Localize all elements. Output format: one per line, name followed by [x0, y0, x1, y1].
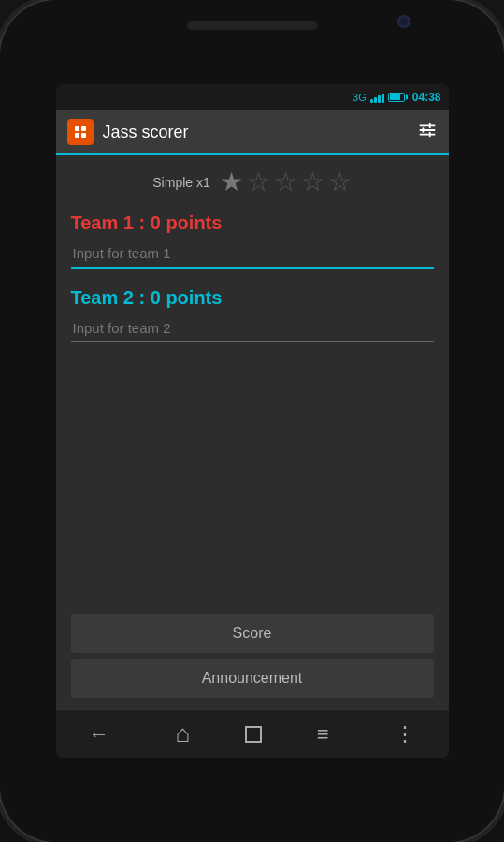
svg-rect-1 — [81, 126, 86, 131]
clock: 04:38 — [412, 91, 441, 104]
signal-icon — [370, 92, 384, 103]
svg-rect-2 — [75, 133, 79, 138]
app-content: Simple x1 ★ ☆ ☆ ☆ ☆ Team 1 : 0 points Te… — [56, 155, 449, 709]
action-buttons: Score Announcement — [56, 606, 449, 709]
svg-rect-3 — [81, 133, 86, 138]
star-3[interactable]: ☆ — [274, 167, 297, 197]
app-icon — [67, 119, 94, 145]
svg-rect-0 — [75, 126, 79, 131]
recent-button[interactable] — [245, 726, 262, 743]
content-spacer — [56, 354, 449, 606]
star-4[interactable]: ☆ — [301, 167, 324, 197]
app-toolbar: Jass scorer — [56, 110, 449, 155]
team2-section: Team 2 : 0 points — [56, 280, 449, 354]
back-button[interactable]: ← — [78, 715, 121, 754]
multiplier-label: Simple x1 — [152, 175, 209, 190]
team1-input-container — [71, 240, 434, 269]
menu-button[interactable]: ≡ — [306, 715, 340, 754]
phone-frame: 3G 04:38 — [0, 0, 504, 842]
status-right: 3G 04:38 — [353, 91, 440, 104]
team1-label: Team 1 : 0 points — [71, 212, 434, 234]
team2-input-container — [71, 314, 434, 342]
nav-bar: ← ⌂ ≡ ⋮ — [56, 709, 449, 758]
score-button[interactable]: Score — [71, 614, 434, 653]
settings-icon[interactable] — [417, 120, 438, 145]
star-2[interactable]: ☆ — [247, 167, 270, 197]
team1-section: Team 1 : 0 points — [56, 205, 449, 280]
network-type: 3G — [353, 92, 367, 103]
phone-screen: 3G 04:38 — [56, 84, 449, 758]
star-5[interactable]: ☆ — [328, 167, 352, 197]
multiplier-row: Simple x1 ★ ☆ ☆ ☆ ☆ — [56, 155, 449, 205]
svg-rect-5 — [422, 127, 424, 133]
home-button[interactable]: ⌂ — [165, 712, 202, 756]
more-button[interactable]: ⋮ — [383, 715, 426, 754]
status-bar: 3G 04:38 — [56, 84, 449, 110]
battery-icon — [388, 93, 405, 102]
team2-input[interactable] — [71, 314, 434, 342]
stars-container[interactable]: ★ ☆ ☆ ☆ ☆ — [220, 167, 352, 197]
svg-rect-6 — [428, 131, 430, 137]
star-1[interactable]: ★ — [220, 167, 243, 197]
team2-label: Team 2 : 0 points — [71, 287, 434, 309]
team1-input[interactable] — [71, 240, 434, 269]
app-title: Jass scorer — [103, 123, 417, 142]
svg-rect-4 — [428, 123, 430, 128]
announcement-button[interactable]: Announcement — [71, 659, 434, 698]
